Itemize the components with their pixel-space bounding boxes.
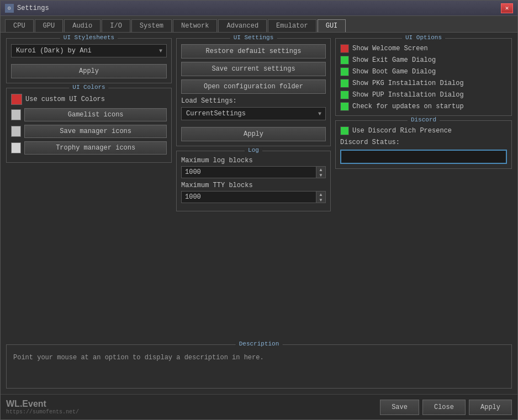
- tab-io[interactable]: I/O: [102, 19, 130, 32]
- option-boot-game-dialog: Show Boot Game Dialog: [340, 67, 507, 76]
- apply-stylesheet-button[interactable]: Apply: [11, 64, 167, 78]
- pkg-installation-label: Show PKG Installation Dialog: [352, 79, 464, 87]
- description-title: Description: [236, 341, 283, 347]
- max-tty-down[interactable]: ▼: [316, 197, 325, 203]
- tab-network[interactable]: Network: [173, 19, 217, 32]
- save-button[interactable]: Save: [380, 400, 419, 415]
- load-settings-select[interactable]: CurrentSettings: [181, 107, 326, 120]
- trophy-manager-color-swatch[interactable]: [11, 142, 21, 153]
- tab-gui[interactable]: GUI: [318, 19, 346, 32]
- discord-rich-presence-row: Use Discord Rich Presence: [340, 126, 507, 135]
- watermark-url: https://sumofents.net/: [6, 409, 79, 415]
- custom-color-swatch[interactable]: [11, 94, 22, 105]
- option-pkg-installation: Show PKG Installation Dialog: [340, 79, 507, 88]
- exit-game-dialog-swatch[interactable]: [340, 56, 349, 65]
- discord-title: Discord: [408, 116, 440, 123]
- ui-stylesheets-group: UI Stylesheets Kuroi (Dark) by Ani Defau…: [6, 38, 172, 83]
- apply-settings-button[interactable]: Apply: [181, 127, 326, 141]
- tab-gpu[interactable]: GPU: [35, 19, 64, 32]
- main-window: ⚙ Settings ✕ CPU GPU Audio I/O System Ne…: [0, 0, 518, 420]
- tab-advanced[interactable]: Advanced: [218, 19, 267, 32]
- welcome-screen-label: Show Welcome Screen: [352, 45, 428, 52]
- max-tty-up[interactable]: ▲: [316, 192, 325, 197]
- gamelist-icons-button[interactable]: Gamelist icons: [24, 108, 167, 121]
- open-config-folder-button[interactable]: Open configuration folder: [181, 79, 326, 94]
- custom-colors-row: Use custom UI Colors: [11, 94, 167, 105]
- discord-status-label: Discord Status:: [340, 139, 507, 146]
- save-manager-color-swatch[interactable]: [11, 126, 21, 137]
- restore-defaults-button[interactable]: Restore default settings: [181, 44, 326, 59]
- max-tty-blocks-field: Maximum TTY blocks ▲ ▼: [181, 182, 326, 203]
- tab-bar: CPU GPU Audio I/O System Network Advance…: [1, 16, 517, 33]
- app-icon: ⚙: [5, 4, 14, 13]
- title-bar: ⚙ Settings ✕: [1, 1, 517, 16]
- load-settings-dropdown-wrapper[interactable]: CurrentSettings: [181, 107, 326, 120]
- title-bar-left: ⚙ Settings: [5, 4, 49, 13]
- window-title: Settings: [17, 4, 49, 12]
- log-group: Log Maximum log blocks ▲ ▼ Maximum TTY b: [176, 151, 331, 211]
- middle-column: UI Settings Restore default settings Sav…: [176, 38, 331, 273]
- ui-colors-group: UI Colors Use custom UI Colors Gamelist …: [6, 88, 172, 163]
- trophy-manager-icons-button[interactable]: Trophy manager icons: [24, 141, 167, 155]
- ui-options-group: UI Options Show Welcome Screen Show Exit…: [335, 38, 512, 116]
- gamelist-color-swatch[interactable]: [11, 109, 21, 120]
- use-custom-colors-label: Use custom UI Colors: [25, 95, 105, 103]
- welcome-screen-swatch[interactable]: [340, 44, 349, 53]
- spacer: [6, 277, 512, 338]
- discord-rich-presence-swatch[interactable]: [340, 126, 349, 135]
- boot-game-dialog-swatch[interactable]: [340, 67, 349, 76]
- description-text: Point your mouse at an option to display…: [11, 350, 507, 384]
- description-area: Description Point your mouse at an optio…: [6, 344, 512, 389]
- max-tty-spinbox[interactable]: ▲ ▼: [181, 191, 326, 203]
- bottom-bar: WL.Event https://sumofents.net/ Save Clo…: [1, 394, 517, 419]
- max-tty-arrows: ▲ ▼: [316, 192, 325, 203]
- right-column: UI Options Show Welcome Screen Show Exit…: [335, 38, 512, 273]
- discord-group: Discord Use Discord Rich Presence Discor…: [335, 120, 512, 169]
- max-log-arrows: ▲ ▼: [316, 167, 325, 178]
- tab-system[interactable]: System: [131, 19, 172, 32]
- pup-installation-label: Show PUP Installation Dialog: [352, 91, 464, 99]
- option-pup-installation: Show PUP Installation Dialog: [340, 91, 507, 99]
- ui-options-title: UI Options: [402, 34, 445, 41]
- apply-button[interactable]: Apply: [469, 400, 512, 415]
- option-welcome-screen: Show Welcome Screen: [340, 44, 507, 53]
- ui-settings-group: UI Settings Restore default settings Sav…: [176, 38, 331, 146]
- description-box: Description Point your mouse at an optio…: [6, 344, 512, 389]
- stylesheet-dropdown-wrapper[interactable]: Kuroi (Dark) by Ani Default Light: [11, 44, 167, 57]
- check-updates-label: Check for updates on startup: [352, 103, 464, 110]
- discord-status-input[interactable]: [340, 150, 507, 164]
- check-updates-swatch[interactable]: [340, 102, 349, 111]
- ui-colors-title: UI Colors: [69, 84, 108, 91]
- boot-game-dialog-label: Show Boot Game Dialog: [352, 68, 436, 76]
- close-button[interactable]: Close: [422, 400, 466, 415]
- tab-audio[interactable]: Audio: [64, 19, 101, 32]
- max-log-input[interactable]: [182, 167, 316, 178]
- discord-content: Use Discord Rich Presence Discord Status…: [340, 126, 507, 164]
- watermark-title: WL.Event: [6, 399, 79, 409]
- save-current-settings-button[interactable]: Save current settings: [181, 62, 326, 76]
- trophy-manager-icons-row: Trophy manager icons: [11, 141, 167, 155]
- discord-rich-presence-label: Use Discord Rich Presence: [352, 127, 452, 135]
- max-log-spinbox[interactable]: ▲ ▼: [181, 166, 326, 178]
- option-exit-game-dialog: Show Exit Game Dialog: [340, 56, 507, 65]
- stylesheet-select[interactable]: Kuroi (Dark) by Ani Default Light: [11, 44, 167, 57]
- main-panels: UI Stylesheets Kuroi (Dark) by Ani Defau…: [6, 38, 512, 273]
- max-log-down[interactable]: ▼: [316, 172, 325, 178]
- gamelist-icons-row: Gamelist icons: [11, 108, 167, 121]
- pkg-installation-swatch[interactable]: [340, 79, 349, 88]
- ui-settings-buttons: Restore default settings Save current se…: [181, 44, 326, 94]
- max-tty-input[interactable]: [182, 192, 316, 203]
- save-manager-icons-button[interactable]: Save manager icons: [24, 125, 167, 138]
- max-log-blocks-field: Maximum log blocks ▲ ▼: [181, 157, 326, 178]
- tab-cpu[interactable]: CPU: [5, 19, 34, 32]
- pup-installation-swatch[interactable]: [340, 91, 349, 99]
- ui-stylesheets-title: UI Stylesheets: [60, 34, 118, 41]
- ui-settings-title: UI Settings: [230, 34, 277, 41]
- exit-game-dialog-label: Show Exit Game Dialog: [352, 56, 436, 64]
- tab-emulator[interactable]: Emulator: [268, 19, 316, 32]
- close-window-button[interactable]: ✕: [501, 3, 513, 13]
- max-log-up[interactable]: ▲: [316, 167, 325, 172]
- left-column: UI Stylesheets Kuroi (Dark) by Ani Defau…: [6, 38, 172, 273]
- max-log-blocks-label: Maximum log blocks: [181, 157, 326, 164]
- bottom-buttons: Save Close Apply: [380, 400, 512, 415]
